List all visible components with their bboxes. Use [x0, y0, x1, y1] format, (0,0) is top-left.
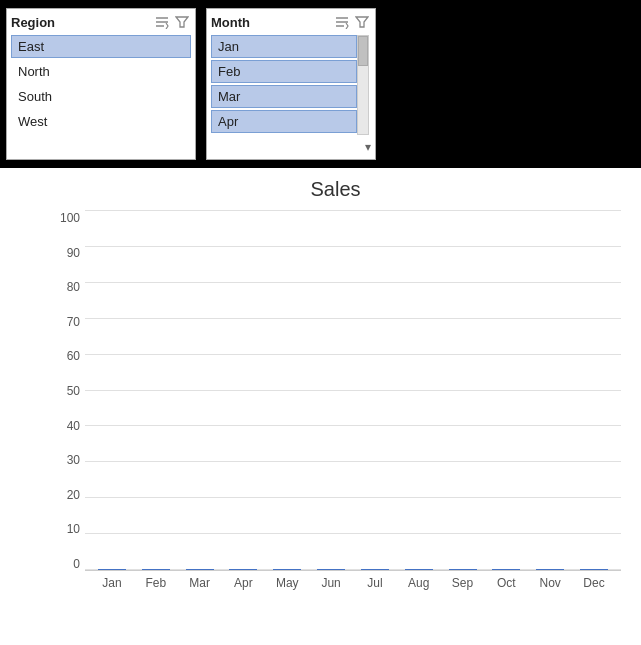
- x-axis-label: Apr: [221, 576, 265, 590]
- chart-area: Sales 0102030405060708090100 JanFebMarAp…: [0, 168, 641, 645]
- x-axis-label: Jan: [90, 576, 134, 590]
- chevron-down-icon: ▾: [365, 140, 371, 154]
- bar-group: [221, 569, 265, 570]
- bar-group: [397, 569, 441, 570]
- bar[interactable]: [405, 569, 433, 570]
- month-item[interactable]: Mar: [211, 85, 357, 108]
- month-scrollbar[interactable]: [357, 35, 369, 135]
- month-scrollbar-thumb[interactable]: [358, 36, 368, 66]
- x-axis-label: Mar: [178, 576, 222, 590]
- top-panel: Region EastNorthSouthWest: [0, 0, 641, 168]
- month-items: JanFebMarApr: [211, 35, 357, 135]
- month-item[interactable]: Apr: [211, 110, 357, 133]
- y-axis-label: 70: [50, 315, 80, 329]
- x-axis-label: Aug: [397, 576, 441, 590]
- y-axis-label: 40: [50, 419, 80, 433]
- svg-marker-7: [356, 17, 368, 27]
- bar[interactable]: [580, 569, 608, 570]
- bar-group: [178, 569, 222, 570]
- x-axis-label: May: [265, 576, 309, 590]
- bar[interactable]: [361, 569, 389, 570]
- y-axis-label: 60: [50, 349, 80, 363]
- y-axis-label: 90: [50, 246, 80, 260]
- bar-group: [441, 569, 485, 570]
- region-sort-icon[interactable]: [153, 13, 171, 31]
- bar[interactable]: [186, 569, 214, 570]
- y-axis-label: 100: [50, 211, 80, 225]
- x-axis-label: Feb: [134, 576, 178, 590]
- region-filter-header: Region: [11, 13, 191, 31]
- bar[interactable]: [536, 569, 564, 570]
- bar-group: [265, 569, 309, 570]
- month-item[interactable]: Feb: [211, 60, 357, 83]
- y-axis-label: 50: [50, 384, 80, 398]
- bar[interactable]: [317, 569, 345, 570]
- bar-group: [528, 569, 572, 570]
- month-list-wrapper: JanFebMarApr: [211, 35, 371, 135]
- bar[interactable]: [273, 569, 301, 570]
- region-item[interactable]: West: [11, 110, 191, 133]
- x-labels: JanFebMarAprMayJunJulAugSepOctNovDec: [85, 576, 621, 590]
- bar[interactable]: [229, 569, 257, 570]
- x-axis-label: Nov: [528, 576, 572, 590]
- x-axis-label: Jul: [353, 576, 397, 590]
- y-axis-label: 0: [50, 557, 80, 571]
- bar-group: [353, 569, 397, 570]
- region-title: Region: [11, 15, 55, 30]
- region-filter-box: Region EastNorthSouthWest: [6, 8, 196, 160]
- y-axis: 0102030405060708090100: [50, 211, 80, 571]
- y-axis-label: 20: [50, 488, 80, 502]
- region-item[interactable]: South: [11, 85, 191, 108]
- month-scroll-down[interactable]: ▾: [211, 135, 371, 155]
- month-filter-funnel-icon[interactable]: [353, 13, 371, 31]
- region-item[interactable]: North: [11, 60, 191, 83]
- bar-group: [572, 569, 616, 570]
- bar-group: [484, 569, 528, 570]
- y-axis-label: 10: [50, 522, 80, 536]
- region-filter-icons: [153, 13, 191, 31]
- chart-inner: [85, 211, 621, 571]
- month-title: Month: [211, 15, 250, 30]
- y-axis-label: 30: [50, 453, 80, 467]
- x-axis-label: Sep: [441, 576, 485, 590]
- x-axis-label: Jun: [309, 576, 353, 590]
- region-filter-funnel-icon[interactable]: [173, 13, 191, 31]
- y-axis-label: 80: [50, 280, 80, 294]
- chart-title: Sales: [50, 178, 621, 201]
- bars-container: [85, 211, 621, 570]
- bar[interactable]: [142, 569, 170, 570]
- chart-container: 0102030405060708090100 JanFebMarAprMayJu…: [50, 211, 621, 631]
- region-item[interactable]: East: [11, 35, 191, 58]
- bar-group: [134, 569, 178, 570]
- bar-group: [309, 569, 353, 570]
- bar-group: [90, 569, 134, 570]
- x-axis-label: Oct: [484, 576, 528, 590]
- month-filter-icons: [333, 13, 371, 31]
- bar[interactable]: [449, 569, 477, 570]
- month-filter-box: Month JanFebMarApr: [206, 8, 376, 160]
- x-axis-label: Dec: [572, 576, 616, 590]
- month-item[interactable]: Jan: [211, 35, 357, 58]
- bar[interactable]: [492, 569, 520, 570]
- region-items: EastNorthSouthWest: [11, 35, 191, 133]
- month-sort-icon[interactable]: [333, 13, 351, 31]
- svg-marker-3: [176, 17, 188, 27]
- month-filter-header: Month: [211, 13, 371, 31]
- bar[interactable]: [98, 569, 126, 570]
